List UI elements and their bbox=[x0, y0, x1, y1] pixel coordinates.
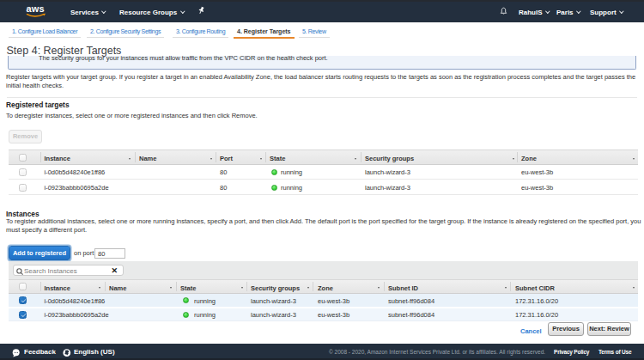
svg-text:aws: aws bbox=[27, 3, 45, 14]
